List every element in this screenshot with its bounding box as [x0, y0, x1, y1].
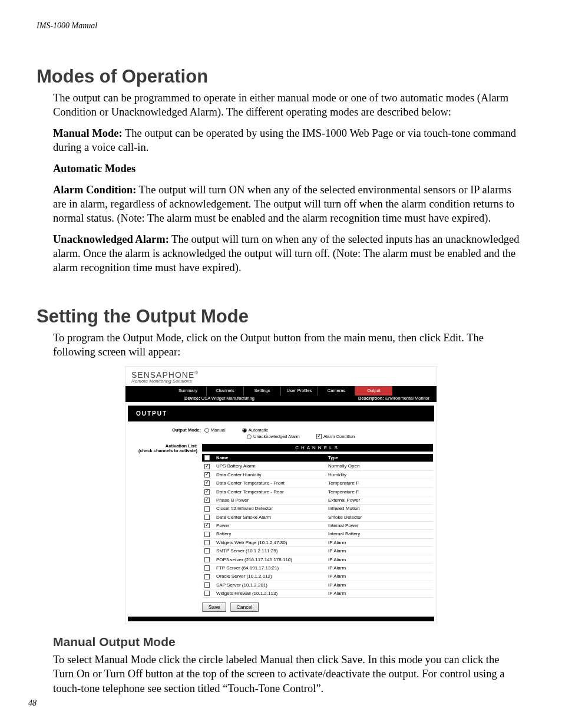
cancel-button[interactable]: Cancel: [230, 602, 259, 612]
row-checkbox[interactable]: [202, 496, 214, 504]
checkbox-icon: [204, 455, 210, 460]
table-row: Data Center Temperature - RearTemperatur…: [202, 487, 433, 496]
radio-unacknowledged-alarm[interactable]: Unacknowledged Alarm: [247, 434, 300, 439]
row-type: Normally Open: [326, 462, 433, 470]
row-name: Widgets Web Page (10.1.2.47:80): [214, 538, 326, 546]
body-text: Alarm Condition: The output will turn ON…: [53, 183, 520, 225]
row-type: IP Alarm: [326, 581, 433, 589]
screenshot-output-config: SENSAPHONE® Remote Monitoring Solutions …: [125, 366, 437, 625]
checkbox-icon: [204, 523, 210, 528]
nav-tab-channels[interactable]: Channels: [207, 386, 244, 396]
footer-bar: [128, 617, 434, 621]
table-row: FTP Server (64.191.17.13:21)IP Alarm: [202, 564, 433, 572]
row-type: IP Alarm: [326, 589, 433, 598]
body-text: To select Manual Mode click the circle l…: [53, 653, 520, 695]
table-row: UPS Battery AlarmNormally Open: [202, 462, 433, 470]
channels-header-bar: CHANNELS: [202, 444, 433, 452]
running-head: IMS-1000 Manual: [37, 21, 525, 31]
brand-area: SENSAPHONE® Remote Monitoring Solutions: [125, 367, 437, 386]
output-mode-group: Output Mode: Manual Automatic Unacknowle…: [125, 427, 437, 444]
row-name: Closet #2 Infrared Detector: [214, 505, 326, 513]
page-number: 48: [28, 699, 37, 708]
row-checkbox[interactable]: [202, 589, 214, 598]
row-checkbox[interactable]: [202, 521, 214, 529]
table-row: POP3 server (216.117.145.178:110)IP Alar…: [202, 555, 433, 564]
radio-icon: [204, 428, 209, 433]
nav-tab-output[interactable]: Output: [355, 386, 392, 396]
heading-manual-output-mode: Manual Output Mode: [53, 635, 525, 649]
checkbox-icon: [316, 434, 322, 439]
body-text: To program the Output Mode, click on the…: [53, 331, 520, 359]
row-name: Data Center Smoke Alarm: [214, 513, 326, 521]
row-name: POP3 server (216.117.145.178:110): [214, 555, 326, 564]
checkbox-icon: [204, 574, 210, 579]
checkbox-icon: [204, 591, 210, 596]
row-type: IP Alarm: [326, 547, 433, 555]
checkbox-icon: [204, 480, 210, 486]
radio-automatic[interactable]: Automatic: [242, 427, 268, 433]
checkbox-icon: [204, 582, 210, 588]
table-row: Widgets Web Page (10.1.2.47:80)IP Alarm: [202, 538, 433, 546]
nav-tab-user-profiles[interactable]: User Profiles: [281, 386, 318, 396]
row-type: IP Alarm: [326, 538, 433, 546]
row-checkbox[interactable]: [202, 564, 214, 572]
table-row: Closet #2 Infrared DetectorInfrared Moti…: [202, 505, 433, 513]
table-row: PowerInternal Power: [202, 521, 433, 529]
row-type: IP Alarm: [326, 572, 433, 581]
table-row: Data Center HumidityHumidity: [202, 470, 433, 479]
row-checkbox[interactable]: [202, 581, 214, 589]
row-checkbox[interactable]: [202, 513, 214, 521]
row-checkbox[interactable]: [202, 462, 214, 470]
row-checkbox[interactable]: [202, 572, 214, 581]
checkbox-icon: [204, 489, 210, 495]
radio-manual[interactable]: Manual: [204, 427, 226, 433]
checkbox-icon: [204, 548, 210, 554]
row-checkbox[interactable]: [202, 479, 214, 487]
row-checkbox[interactable]: [202, 538, 214, 546]
row-checkbox[interactable]: [202, 505, 214, 513]
checkbox-icon: [204, 540, 210, 545]
heading-setting-output-mode: Setting the Output Mode: [37, 306, 525, 327]
checkbox-alarm-condition[interactable]: Alarm Condition: [316, 434, 355, 439]
table-row: Data Center Smoke AlarmSmoke Detector: [202, 513, 433, 521]
radio-icon: [247, 434, 252, 439]
table-row: Phase B PowerExternal Power: [202, 496, 433, 504]
row-checkbox[interactable]: [202, 530, 214, 538]
body-text: The output can be operated by using the …: [53, 127, 516, 153]
row-name: Data Center Temperature - Rear: [214, 487, 326, 496]
col-check-all[interactable]: [202, 454, 214, 462]
row-type: Smoke Detector: [326, 513, 433, 521]
label-alarm-condition: Alarm Condition:: [53, 184, 136, 196]
row-type: External Power: [326, 496, 433, 504]
save-button[interactable]: Save: [202, 602, 226, 612]
brand-tagline: Remote Monitoring Solutions: [131, 378, 431, 384]
row-name: Power: [214, 521, 326, 529]
row-type: IP Alarm: [326, 555, 433, 564]
row-type: Temperature F: [326, 479, 433, 487]
row-type: IP Alarm: [326, 564, 433, 572]
row-checkbox[interactable]: [202, 555, 214, 564]
nav-tab-cameras[interactable]: Cameras: [318, 386, 355, 396]
row-checkbox[interactable]: [202, 470, 214, 479]
row-checkbox[interactable]: [202, 547, 214, 555]
row-name: Oracle Server (10.1.2.112): [214, 572, 326, 581]
table-row: Oracle Server (10.1.2.112)IP Alarm: [202, 572, 433, 581]
col-type: Type: [326, 454, 433, 462]
meta-bar: Device: USA Widget Manufacturing Descrip…: [125, 396, 437, 402]
row-name: SAP Server (10.1.2.201): [214, 581, 326, 589]
checkbox-icon: [204, 557, 210, 562]
channels-table: Name Type UPS Battery AlarmNormally Open…: [202, 454, 433, 598]
row-checkbox[interactable]: [202, 487, 214, 496]
radio-icon: [242, 428, 247, 433]
row-name: Data Center Humidity: [214, 470, 326, 479]
nav-tab-settings[interactable]: Settings: [244, 386, 281, 396]
row-name: Battery: [214, 530, 326, 538]
row-name: Widgets Firewall (10.1.2.113): [214, 589, 326, 598]
checkbox-icon: [204, 565, 210, 571]
label-unacknowledged-alarm: Unacknowledged Alarm:: [53, 233, 169, 245]
heading-modes-of-operation: Modes of Operation: [37, 66, 525, 87]
label-activation-list: Activation List: (check channels to acti…: [125, 444, 201, 454]
nav-tab-summary[interactable]: Summary: [170, 386, 207, 396]
row-name: FTP Server (64.191.17.13:21): [214, 564, 326, 572]
checkbox-icon: [204, 472, 210, 477]
